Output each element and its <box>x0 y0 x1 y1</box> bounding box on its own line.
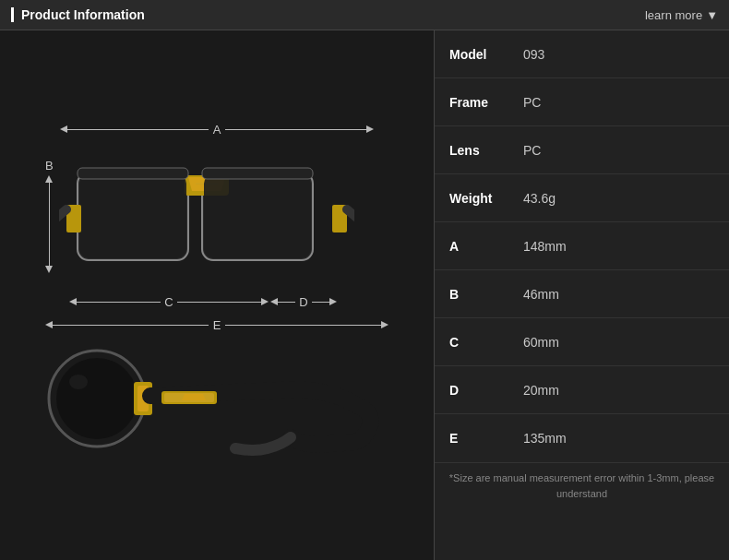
dropdown-icon: ▼ <box>706 8 718 22</box>
spec-key-weight: Weight <box>449 191 523 206</box>
spec-row-b: B46mm <box>435 270 729 318</box>
dim-a-label: A <box>209 123 226 137</box>
spec-value-e: 135mm <box>523 431 567 446</box>
spec-value-model: 093 <box>523 47 544 62</box>
left-panel: A B <box>0 30 434 560</box>
spec-row-a: A148mm <box>435 222 729 270</box>
svg-point-12 <box>56 358 137 439</box>
sunglasses-front-image <box>59 140 392 292</box>
measurement-note: *Size are manual measurement error withi… <box>435 462 729 508</box>
learn-more-text: learn more <box>645 8 702 22</box>
svg-marker-17 <box>182 394 206 400</box>
dim-b-label: B <box>45 159 54 173</box>
spec-value-b: 46mm <box>523 287 559 302</box>
spec-value-d: 20mm <box>523 383 559 398</box>
header: Product Information learn more ▼ <box>0 0 729 30</box>
svg-rect-9 <box>78 168 188 179</box>
dim-d-label: D <box>295 295 311 309</box>
spec-row-lens: LensPC <box>435 126 729 174</box>
spec-row-model: Model093 <box>435 30 729 78</box>
page-title: Product Information <box>11 7 145 22</box>
side-svg <box>42 336 383 465</box>
sunglasses-side-image <box>42 336 392 469</box>
svg-rect-10 <box>202 168 313 179</box>
main-content: A B <box>0 30 729 560</box>
spec-row-frame: FramePC <box>435 78 729 126</box>
spec-key-lens: Lens <box>449 143 523 158</box>
spec-row-c: C60mm <box>435 318 729 366</box>
learn-more-button[interactable]: learn more ▼ <box>645 8 718 22</box>
spec-key-d: D <box>449 383 523 398</box>
spec-value-a: 148mm <box>523 239 567 254</box>
spec-key-model: Model <box>449 47 523 62</box>
spec-value-lens: PC <box>523 143 541 158</box>
spec-table: Model093FramePCLensPCWeight43.6gA148mmB4… <box>435 30 729 462</box>
spec-row-d: D20mm <box>435 366 729 414</box>
spec-row-weight: Weight43.6g <box>435 174 729 222</box>
svg-rect-6 <box>204 174 311 258</box>
spec-value-c: 60mm <box>523 335 559 350</box>
svg-rect-5 <box>79 174 186 258</box>
right-panel: Model093FramePCLensPCWeight43.6gA148mmB4… <box>434 30 729 560</box>
dim-c-label: C <box>161 295 176 309</box>
svg-point-18 <box>69 375 88 389</box>
dim-e-label: E <box>209 318 226 332</box>
spec-value-weight: 43.6g <box>523 191 556 206</box>
front-svg <box>59 140 354 288</box>
title-text: Product Information <box>21 7 145 22</box>
spec-key-b: B <box>449 287 523 302</box>
spec-key-e: E <box>449 431 523 446</box>
spec-value-frame: PC <box>523 95 541 110</box>
spec-row-e: E135mm <box>435 414 729 462</box>
spec-key-c: C <box>449 335 523 350</box>
spec-key-frame: Frame <box>449 95 523 110</box>
spec-key-a: A <box>449 239 523 254</box>
